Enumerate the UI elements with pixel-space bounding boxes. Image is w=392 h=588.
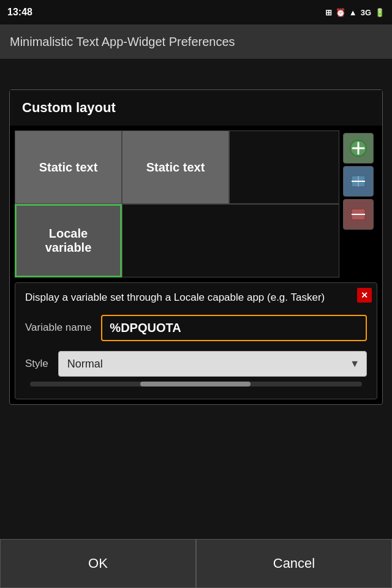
custom-layout-dialog: Custom layout Static text Static text Lo… — [9, 89, 383, 405]
edit-icon — [349, 172, 368, 190]
add-icon — [349, 139, 368, 157]
app-title: Minimalistic Text App-Widget Preferences — [10, 35, 235, 49]
alarm-icon: ⏰ — [336, 8, 345, 17]
delete-cell-button[interactable] — [343, 199, 374, 230]
ok-button[interactable]: OK — [0, 539, 196, 588]
variable-name-input[interactable] — [101, 315, 367, 341]
time-display: 13:48 — [7, 7, 32, 18]
wifi-icon: ▲ — [349, 8, 357, 17]
edit-cell-button[interactable] — [343, 166, 374, 197]
grid-row1: Static text Static text — [15, 130, 339, 204]
grid-cell-static2[interactable]: Static text — [122, 130, 229, 204]
dialog-title: Custom layout — [10, 90, 382, 126]
grid-icon: ⊞ — [325, 8, 332, 17]
app-bar: Minimalistic Text App-Widget Preferences — [0, 24, 392, 59]
battery-icon: 🔋 — [375, 8, 385, 17]
style-row: Style Normal Bold Italic Bold Italic ▼ — [25, 351, 367, 377]
grid-cell-locale[interactable]: Localevariable — [15, 204, 122, 277]
bottom-buttons: OK Cancel — [0, 539, 392, 588]
variable-name-label: Variable name — [25, 322, 91, 334]
background-content: Predefined layout tomorrow The content i… — [0, 59, 392, 588]
signal-icon: 3G — [361, 8, 371, 17]
grid-buttons — [339, 130, 377, 277]
grid-row2: Localevariable — [15, 204, 339, 277]
grid-cells: Static text Static text Localevariable — [15, 130, 339, 277]
cancel-button[interactable]: Cancel — [196, 539, 392, 588]
description-panel: ✕ Display a variable set through a Local… — [15, 282, 377, 399]
style-select-wrapper: Normal Bold Italic Bold Italic ▼ — [58, 351, 367, 377]
close-icon: ✕ — [361, 290, 368, 300]
scroll-bar — [30, 382, 362, 386]
close-panel-button[interactable]: ✕ — [357, 288, 372, 303]
status-icons: ⊞ ⏰ ▲ 3G 🔋 — [325, 8, 385, 17]
style-label: Style — [25, 358, 48, 370]
delete-icon — [349, 205, 368, 224]
grid-container: Static text Static text Localevariable — [10, 126, 382, 282]
add-cell-button[interactable] — [343, 133, 374, 164]
description-text: Display a variable set through a Locale … — [25, 290, 367, 305]
grid-cell-empty1 — [229, 130, 339, 204]
grid-cell-static1[interactable]: Static text — [15, 130, 122, 204]
grid-cell-empty2 — [122, 204, 339, 277]
variable-name-row: Variable name — [25, 315, 367, 341]
status-bar: 13:48 ⊞ ⏰ ▲ 3G 🔋 — [0, 0, 392, 24]
scroll-thumb — [140, 382, 251, 386]
style-select[interactable]: Normal Bold Italic Bold Italic — [58, 351, 367, 377]
